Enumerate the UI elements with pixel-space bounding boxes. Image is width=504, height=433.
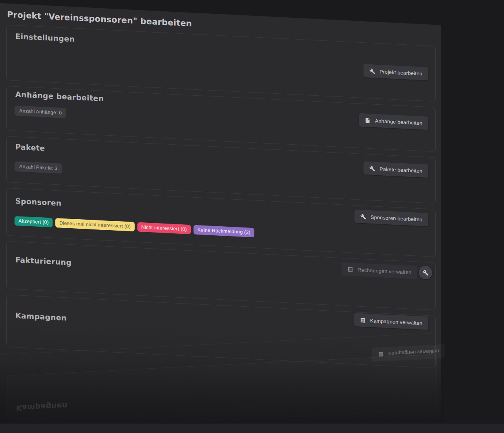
fakturierung-settings-button[interactable] bbox=[419, 266, 432, 280]
app-screen: Projekt "Vereinssponsoren" bearbeiten Ei… bbox=[0, 0, 504, 433]
file-icon bbox=[365, 117, 371, 124]
wrench-icon bbox=[360, 213, 366, 220]
wrench-icon bbox=[369, 68, 375, 74]
button-label: Pakete bearbeiten bbox=[380, 166, 422, 174]
receipt-icon bbox=[347, 266, 353, 273]
status-chip-keine-rueckmeldung: Keine Rückmeldung (3) bbox=[194, 225, 254, 238]
pakete-bearbeiten-button[interactable]: Pakete bearbeiten bbox=[363, 161, 428, 178]
anhaenge-count-chip: Anzahl Anhänge: 0 bbox=[15, 106, 66, 118]
receipt-icon bbox=[360, 317, 366, 323]
projekt-bearbeiten-button[interactable]: Projekt bearbeiten bbox=[363, 64, 428, 80]
wrench-icon bbox=[423, 269, 429, 276]
button-label: Rechnungen verwalten bbox=[358, 267, 411, 275]
bottom-bar bbox=[0, 424, 504, 433]
pakete-count-chip: Anzahl Pakete: 3 bbox=[15, 161, 62, 174]
status-chip-nicht-interessiert: Nicht interessiert (0) bbox=[137, 222, 191, 234]
button-label: Kampagnen verwalten bbox=[370, 317, 422, 326]
button-label: Sponsoren bearbeiten bbox=[371, 214, 422, 222]
status-chip-dieses-mal-nicht: Dieses mal nicht interessiert (0) bbox=[55, 218, 135, 231]
wrench-icon bbox=[369, 165, 375, 171]
status-chip-akzeptiert: Akzeptiert (0) bbox=[15, 216, 53, 227]
button-label: Projekt bearbeiten bbox=[380, 69, 422, 76]
button-label: Anhänge bearbeiten bbox=[375, 118, 422, 126]
project-edit-page: Projekt "Vereinssponsoren" bearbeiten Ei… bbox=[0, 3, 441, 433]
